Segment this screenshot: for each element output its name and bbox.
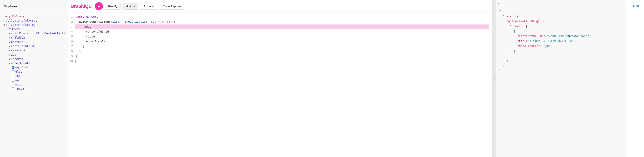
line-number: 1 xyxy=(69,14,73,19)
splitter-dot xyxy=(494,78,494,79)
results-panel: ▼ {"data": {"allContentfulBlog": {"nodes… xyxy=(496,0,626,157)
line-number: 10 xyxy=(69,59,73,64)
result-line: } xyxy=(499,68,622,73)
results-toolbar: ▼ xyxy=(496,0,626,7)
run-icon: ▶ xyxy=(98,4,100,8)
tree-item[interactable]: ▼node_locale: xyxy=(0,61,67,65)
tree-item[interactable]: regex: xyxy=(0,87,67,91)
tree-item[interactable]: query MyQuery xyxy=(0,14,67,18)
code-line: node_locale xyxy=(76,39,489,44)
docs-label: Docs xyxy=(633,4,640,8)
line-number: 9 xyxy=(69,54,73,59)
line-number: 5 xyxy=(69,34,73,39)
history-button[interactable]: History xyxy=(122,3,138,10)
explorer-header: Explorer × xyxy=(0,0,67,12)
code-line: } xyxy=(76,54,489,59)
splitter-dot xyxy=(494,80,494,81)
code-line: nodes { xyxy=(76,24,489,29)
docs-button[interactable]: ❮ Docs xyxy=(630,4,640,8)
close-button[interactable]: × xyxy=(61,4,64,8)
tree-item[interactable]: nin: xyxy=(0,82,67,87)
result-line: "allContentfulBlog": { xyxy=(499,19,622,24)
line-numbers: 12345678910 xyxy=(68,14,76,64)
graphiql-panel: GraphiQL ▶ Prettify History Explorer Cod… xyxy=(68,0,492,157)
results-content: {"data": {"allContentfulBlog": {"nodes":… xyxy=(496,7,626,157)
tree-item[interactable]: in: xyxy=(0,74,67,78)
tree-item[interactable]: ▶childContentfulBlogContentTextN xyxy=(0,31,67,35)
line-number: 3 xyxy=(69,24,73,29)
results-arrow-icon: ▼ xyxy=(498,2,500,5)
chevron-left-icon: ❮ xyxy=(630,4,632,7)
result-line: "contentful_id": "7nu0uQGzTW9OWqV5Xuzwbn… xyxy=(499,34,622,39)
prettify-button[interactable]: Prettify xyxy=(105,3,120,10)
result-line: { xyxy=(499,29,622,34)
code-line: query MyQuery { xyxy=(76,14,489,19)
code-lines: 12345678910 query MyQuery { allContentfu… xyxy=(68,13,492,66)
code-exporter-button[interactable]: Code Exporter xyxy=(160,3,185,10)
line-number: 6 xyxy=(69,39,73,44)
result-line: ] xyxy=(499,54,622,59)
code-content: query MyQuery { allContentfulBlog(filter… xyxy=(76,14,492,64)
code-line: title xyxy=(76,34,489,39)
tree-item[interactable]: ▶children: xyxy=(0,35,67,40)
explorer-panel: Explorer × query MyQuery▶allContentfulAs… xyxy=(0,0,68,157)
line-number: 4 xyxy=(69,29,73,34)
code-line: allContentfulBlog(filter: {node_locale: … xyxy=(76,19,489,24)
explorer-tree: query MyQuery▶allContentfulAsset▼allCont… xyxy=(0,12,67,157)
tree-item[interactable]: ne: xyxy=(0,78,67,82)
line-number: 7 xyxy=(69,44,73,49)
code-line: contentful_id xyxy=(76,29,489,34)
result-line: } xyxy=(499,49,622,54)
tree-item[interactable]: ▶internal: xyxy=(0,57,67,61)
tree-item[interactable]: ▶id: xyxy=(0,52,67,57)
code-line: } xyxy=(76,44,489,49)
toolbar: GraphiQL ▶ Prettify History Explorer Cod… xyxy=(68,0,492,13)
line-number: 8 xyxy=(69,49,73,54)
explorer-title: Explorer xyxy=(4,4,17,8)
run-button[interactable]: ▶ xyxy=(95,2,103,10)
code-line xyxy=(76,59,489,64)
tree-item[interactable]: ▶createdAt: xyxy=(0,48,67,52)
docs-panel: ❮ Docs xyxy=(626,0,644,157)
tree-item[interactable]: ▶content: xyxy=(0,40,67,44)
graphiql-logo: GraphiQL xyxy=(70,4,91,9)
result-line: "nodes": [ xyxy=(499,24,622,29)
tree-item[interactable]: ▼filter: xyxy=(0,27,67,31)
code-editor[interactable]: 12345678910 query MyQuery { allContentfu… xyxy=(68,13,492,157)
editor-area: 12345678910 query MyQuery { allContentfu… xyxy=(68,13,492,157)
result-line: } xyxy=(499,63,622,68)
result-line: "title": "初めてのブログ記事タイトル", xyxy=(499,39,622,44)
result-line: "node_locale": "ja" xyxy=(499,44,622,49)
tree-item[interactable]: glob: xyxy=(0,70,67,74)
panel-splitter[interactable] xyxy=(492,0,496,157)
tree-item[interactable]: ▶contentful_id: xyxy=(0,44,67,48)
explorer-button[interactable]: Explorer xyxy=(140,3,158,10)
splitter-dot xyxy=(494,76,494,77)
result-line: } xyxy=(499,59,622,63)
result-line: { xyxy=(499,9,622,14)
line-number: 2 xyxy=(69,19,73,24)
code-line: } xyxy=(76,49,489,54)
tree-item[interactable]: ▶allContentfulAsset xyxy=(0,18,67,23)
result-line: "data": { xyxy=(499,14,622,19)
text-cursor xyxy=(76,60,76,63)
tree-item[interactable]: eq: "ja" xyxy=(0,65,67,70)
tree-item[interactable]: ▼allContentfulBlog xyxy=(0,23,67,27)
